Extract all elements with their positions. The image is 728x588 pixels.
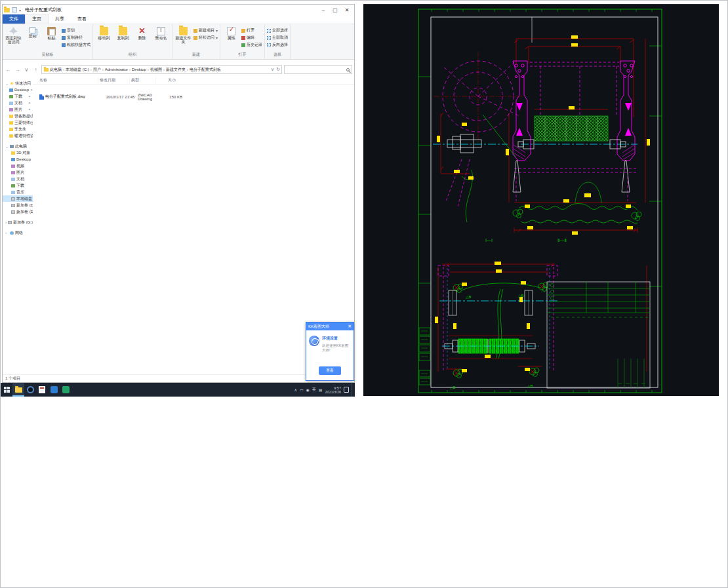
taskbar-browser[interactable] — [24, 383, 36, 397]
new-item-button[interactable]: 新建项目 ▾ — [193, 28, 218, 33]
sidebar-item-local-disk-c[interactable]: 本地磁盘 (C:) — [3, 195, 33, 202]
copy-to-button[interactable]: 复制到 — [114, 26, 132, 40]
sidebar-item-music[interactable]: 音乐 — [3, 189, 33, 195]
tray-battery-icon[interactable]: ▤ — [319, 387, 323, 392]
breadcrumb-drawings[interactable]: 机械图 — [150, 67, 162, 73]
maximize-button[interactable]: ▢ — [329, 5, 341, 14]
sidebar-item-network[interactable]: › 网络 — [3, 229, 33, 236]
paste-button[interactable]: 粘贴 — [43, 26, 60, 40]
breadcrumb-new-folder[interactable]: 新建文件夹 — [166, 67, 186, 73]
show-desktop-button[interactable] — [352, 383, 353, 397]
breadcrumb-desktop[interactable]: Desktop — [132, 68, 146, 71]
breadcrumb-current-folder[interactable]: 电分子配重式刮板 — [190, 67, 221, 73]
sidebar-item-folder-1[interactable]: 设备数据(用户电脑 — [3, 113, 33, 119]
start-button[interactable] — [1, 383, 12, 397]
up-button[interactable]: ↑ — [32, 67, 39, 73]
dialog-close-icon[interactable]: ✕ — [348, 324, 352, 329]
sidebar-item-pictures-qa[interactable]: 图片 ✦ — [3, 106, 33, 113]
new-item-caret-icon: ▾ — [216, 28, 218, 33]
quick-access-toolbar-icon[interactable] — [12, 7, 17, 12]
pin-to-quick-access-button[interactable]: 固定到快速访问 — [5, 26, 22, 44]
select-all-button[interactable]: 全部选择 — [267, 28, 288, 33]
sidebar-item-folder-3[interactable]: 李先生 — [3, 126, 33, 132]
file-name: 电分子配重式刮板.dwg — [45, 94, 105, 100]
sidebar-item-folder-2[interactable]: 三菱特殊(全套图纸 — [3, 119, 33, 126]
open-button[interactable]: 打开 — [241, 28, 262, 33]
paste-shortcut-button[interactable]: 粘贴快捷方式 — [62, 42, 91, 48]
sidebar-item-3d-objects[interactable]: 3D 对象 — [3, 149, 33, 156]
videos-icon — [11, 165, 15, 168]
sidebar-item-volume-g[interactable]: › 新加卷 (G:) — [3, 219, 33, 225]
copy-button[interactable]: 复制 — [24, 26, 41, 38]
rename-icon — [157, 27, 165, 35]
sidebar-item-videos[interactable]: 视频 — [3, 163, 33, 169]
sidebar-quick-access[interactable]: ⌄ 快速访问 — [3, 80, 33, 87]
invert-selection-button[interactable]: 反向选择 — [267, 42, 288, 48]
sidebar-item-downloads-qa[interactable]: 下载 ✦ — [3, 93, 33, 100]
system-tray: ∧ ▭ ◉ 英 ▤ 9:57 2021/3/26 — [294, 383, 355, 397]
cut-button[interactable]: 剪切 — [62, 28, 91, 33]
breadcrumb-this-pc[interactable]: 此电脑 — [50, 67, 62, 73]
taskbar-cad-app[interactable] — [60, 383, 71, 397]
taskbar-office-app[interactable] — [36, 383, 48, 397]
cad-viewer: Ⅰ—Ⅰ Ⅱ—Ⅱ — [363, 4, 719, 396]
ribbon-tabs: 文件 主页 共享 查看 — [3, 15, 354, 24]
sidebar-item-folder-4[interactable]: 暖通特性说明书 — [3, 132, 33, 139]
search-box[interactable] — [284, 65, 352, 74]
search-input[interactable] — [287, 68, 346, 71]
forward-button[interactable]: → — [14, 67, 21, 73]
taskbar-file-explorer[interactable] — [12, 383, 24, 397]
address-dropdown-caret-icon[interactable]: ∨ — [271, 67, 274, 72]
breadcrumb-users[interactable]: 用户 — [93, 67, 101, 73]
copy-path-button[interactable]: 复制路径 — [62, 35, 91, 41]
tray-volume-icon[interactable]: ◉ — [306, 387, 310, 392]
file-row[interactable]: 电分子配重式刮板.dwg 2010/1/17 21:45 ZWCAD Drawi… — [33, 93, 354, 100]
select-none-button[interactable]: 全部取消 — [267, 35, 288, 41]
close-button[interactable]: ✕ — [341, 5, 353, 14]
tray-chevron-icon[interactable]: ∧ — [294, 387, 297, 392]
qat-caret-icon[interactable]: ▾ — [19, 8, 21, 12]
pictures-icon — [11, 171, 15, 174]
column-header-modified[interactable]: 修改日期 — [98, 77, 130, 83]
column-header-size[interactable]: 大小 — [156, 77, 176, 83]
tray-display-icon[interactable]: ▭ — [300, 387, 304, 392]
easy-access-button[interactable]: 轻松访问 ▾ — [193, 35, 218, 41]
tab-share[interactable]: 共享 — [49, 14, 71, 24]
taskbar-clock[interactable]: 9:57 2021/3/26 — [325, 386, 341, 394]
dialog-view-button[interactable]: 查看 — [319, 366, 341, 375]
sidebar-item-documents-qa[interactable]: 文档 ✦ — [3, 100, 33, 106]
sidebar-item-desktop-qa[interactable]: Desktop ✦ — [3, 87, 33, 93]
new-folder-button[interactable]: 新建文件夹 — [174, 26, 192, 44]
copy-path-icon — [62, 36, 66, 40]
edit-button[interactable]: 编辑 — [241, 35, 262, 41]
properties-button[interactable]: 属性 — [222, 26, 240, 40]
sidebar-item-desktop[interactable]: Desktop — [3, 156, 33, 163]
column-header-type[interactable]: 类型 — [130, 77, 156, 83]
sidebar-this-pc[interactable]: ⌄ 此电脑 — [3, 143, 33, 149]
move-to-button[interactable]: 移动到 — [95, 26, 113, 40]
title-block — [547, 282, 650, 388]
sidebar-item-documents[interactable]: 文档 — [3, 176, 33, 182]
back-button[interactable]: ← — [5, 67, 12, 73]
tab-home[interactable]: 主页 — [25, 14, 49, 24]
column-header-name[interactable]: 名称 — [33, 77, 98, 83]
tab-view[interactable]: 查看 — [71, 14, 93, 24]
refresh-icon[interactable]: ↻ — [276, 67, 280, 72]
sidebar-item-pictures[interactable]: 图片 — [3, 169, 33, 176]
taskbar-blue-app[interactable] — [48, 383, 60, 397]
delete-button[interactable]: ✕ 删除 — [133, 26, 151, 40]
sidebar-item-volume-d[interactable]: 新加卷 (D:) — [3, 202, 33, 208]
breadcrumb-administrator[interactable]: Administrator — [105, 68, 128, 71]
history-button[interactable]: 历史记录 — [241, 42, 262, 48]
tab-file[interactable]: 文件 — [3, 14, 25, 24]
rename-button[interactable]: 重命名 — [152, 26, 170, 40]
breadcrumb[interactable]: 此电脑 › 本地磁盘 (C:) › 用户 › Administrator › D… — [41, 65, 282, 74]
sidebar-item-volume-e[interactable]: 新加卷 (E:) — [3, 208, 33, 215]
breadcrumb-drive-c[interactable]: 本地磁盘 (C:) — [66, 67, 89, 73]
notification-center-icon[interactable] — [344, 387, 349, 393]
sidebar-item-downloads[interactable]: 下载 — [3, 182, 33, 189]
group-label-clipboard: 剪贴板 — [5, 51, 91, 59]
input-method-indicator[interactable]: 英 — [312, 387, 316, 393]
minimize-button[interactable]: – — [317, 5, 329, 14]
recent-locations-caret-icon[interactable]: ∨ — [23, 67, 30, 73]
